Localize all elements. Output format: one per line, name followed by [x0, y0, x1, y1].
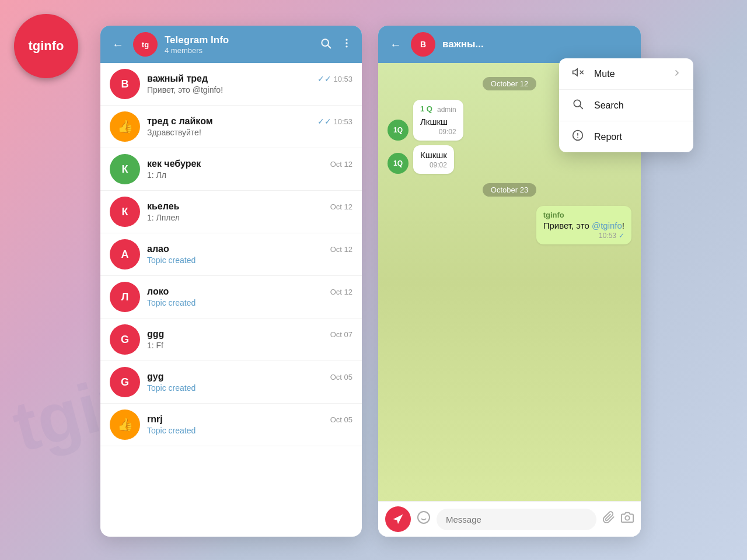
chat-content: gyg Oct 05 Topic created — [147, 372, 352, 393]
menu-item-search[interactable]: Search — [559, 90, 693, 121]
search-menu-icon — [571, 98, 585, 113]
message-time: 09:02 — [439, 128, 456, 136]
message-bubble: tginfo Привет, это @tginfo! 10:53 ✓ — [536, 206, 631, 244]
chat-time: Oct 07 — [330, 330, 352, 339]
chat-item[interactable]: Л локо Oct 12 Topic created — [100, 276, 362, 318]
chat-top-row: локо Oct 12 — [147, 286, 352, 297]
chat-content: важный тред ✓✓ 10:53 Привет, это @tginfo… — [147, 74, 352, 94]
chat-item[interactable]: 👍 тред с лайком ✓✓ 10:53 Здравствуйте! — [100, 106, 362, 148]
chat-time: ✓✓ 10:53 — [317, 117, 352, 126]
emoji-icon[interactable] — [417, 510, 431, 528]
chat-item[interactable]: 👍 rnrj Oct 05 Topic created — [100, 404, 362, 446]
chat-content: алао Oct 12 Topic created — [147, 244, 352, 265]
app-logo: tginfo — [14, 14, 78, 78]
chat-view-info: важны... — [442, 38, 631, 50]
chat-name: тред с лайком — [147, 116, 213, 127]
chat-preview: Topic created — [147, 256, 352, 265]
message-time: 10:53 — [599, 232, 616, 240]
chat-view-back-button[interactable]: ← — [388, 36, 404, 54]
group-title: Telegram Info — [165, 34, 313, 46]
chat-name: кьелеь — [147, 201, 179, 212]
chat-content: rnrj Oct 05 Topic created — [147, 414, 352, 435]
svg-point-2 — [345, 38, 347, 40]
send-button[interactable] — [385, 506, 411, 532]
chat-time: Oct 12 — [330, 202, 352, 211]
context-menu: Mute Search Report — [559, 58, 693, 152]
avatar: К — [110, 197, 140, 227]
chat-input-area — [378, 501, 641, 537]
mention: @tginfo — [592, 220, 622, 230]
menu-item-label: Search — [594, 100, 624, 111]
chat-item[interactable]: К кьелеь Oct 12 1: Лплел — [100, 191, 362, 233]
chat-item[interactable]: В важный тред ✓✓ 10:53 Привет, это @tgin… — [100, 63, 362, 106]
chat-content: ggg Oct 07 1: Ff — [147, 329, 352, 350]
menu-item-label: Report — [594, 132, 622, 142]
chat-preview: 1: Лл — [147, 170, 352, 180]
chat-view-avatar-text: В — [420, 40, 426, 49]
chat-top-row: важный тред ✓✓ 10:53 — [147, 74, 352, 84]
chat-items-list: В важный тред ✓✓ 10:53 Привет, это @tgin… — [100, 63, 362, 537]
chat-content: тред с лайком ✓✓ 10:53 Здравствуйте! — [147, 116, 352, 137]
chat-item[interactable]: К кек чебурек Oct 12 1: Лл — [100, 148, 362, 191]
chat-item[interactable]: G ggg Oct 07 1: Ff — [100, 318, 362, 361]
chat-list-header: ← tg Telegram Info 4 members — [100, 26, 362, 63]
avatar: G — [110, 324, 140, 355]
message-sender: tginfo — [543, 211, 624, 219]
avatar: G — [110, 367, 140, 397]
message-time-row: 10:53 ✓ — [543, 232, 624, 240]
chat-content: кьелеь Oct 12 1: Лплел — [147, 201, 352, 222]
camera-icon[interactable] — [621, 511, 634, 527]
chat-content: локо Oct 12 Topic created — [147, 286, 352, 307]
chat-top-row: gyg Oct 05 — [147, 372, 352, 382]
chat-name: gyg — [147, 372, 163, 382]
message-avatar: 1Q — [388, 153, 409, 174]
more-options-icon[interactable] — [341, 37, 352, 52]
chat-name: ggg — [147, 329, 164, 340]
attach-icon[interactable] — [602, 511, 615, 527]
chat-top-row: rnrj Oct 05 — [147, 414, 352, 425]
group-subtitle: 4 members — [165, 46, 313, 55]
report-icon — [571, 130, 585, 144]
chat-preview: Topic created — [147, 383, 352, 393]
search-icon[interactable] — [320, 37, 331, 52]
message-text: Кшкшк — [420, 150, 447, 160]
menu-item-label: Mute — [594, 69, 615, 79]
message-input[interactable] — [437, 509, 596, 530]
chat-item[interactable]: А алао Oct 12 Topic created — [100, 233, 362, 276]
svg-point-5 — [418, 512, 430, 523]
chevron-right-icon — [672, 68, 682, 80]
svg-line-1 — [328, 45, 331, 48]
chat-preview: 1: Лплел — [147, 213, 352, 222]
back-button[interactable]: ← — [110, 36, 126, 54]
menu-item-mute[interactable]: Mute — [559, 58, 693, 90]
chat-view-header: ← В важны... — [378, 26, 641, 63]
message-row: 1Q Кшкшк 09:02 — [388, 145, 454, 174]
chat-item[interactable]: G gyg Oct 05 Topic created — [100, 361, 362, 404]
message-sender: 1 Q — [420, 104, 432, 113]
menu-item-report[interactable]: Report — [559, 121, 693, 152]
svg-line-13 — [580, 106, 583, 109]
message-time-row: 09:02 — [420, 128, 456, 136]
message-bubble: Кшкшк 09:02 — [413, 145, 454, 174]
chat-preview: Topic created — [147, 426, 352, 435]
chat-name: rnrj — [147, 414, 163, 425]
chat-time: Oct 12 — [330, 160, 352, 169]
chat-time: Oct 12 — [330, 288, 352, 296]
avatar: В — [110, 69, 140, 99]
check-icon: ✓ — [619, 232, 624, 240]
svg-point-3 — [345, 42, 347, 44]
chat-time: Oct 05 — [330, 373, 352, 382]
chat-top-row: кек чебурек Oct 12 — [147, 159, 352, 169]
svg-point-4 — [345, 46, 347, 47]
avatar: К — [110, 154, 140, 184]
chat-time: ✓✓ 10:53 — [317, 74, 352, 83]
chat-name: важный тред — [147, 74, 208, 84]
chat-list-panel: ← tg Telegram Info 4 members — [100, 26, 362, 537]
date-badge: October 23 — [483, 183, 536, 197]
message-bubble: 1 Q admin Лкшкш 09:02 — [413, 100, 463, 141]
chat-time: Oct 12 — [330, 245, 352, 254]
date-badge: October 12 — [483, 77, 536, 90]
message-time-row: 09:02 — [420, 161, 447, 169]
message-avatar: 1Q — [388, 120, 409, 141]
chat-preview: Topic created — [147, 298, 352, 307]
